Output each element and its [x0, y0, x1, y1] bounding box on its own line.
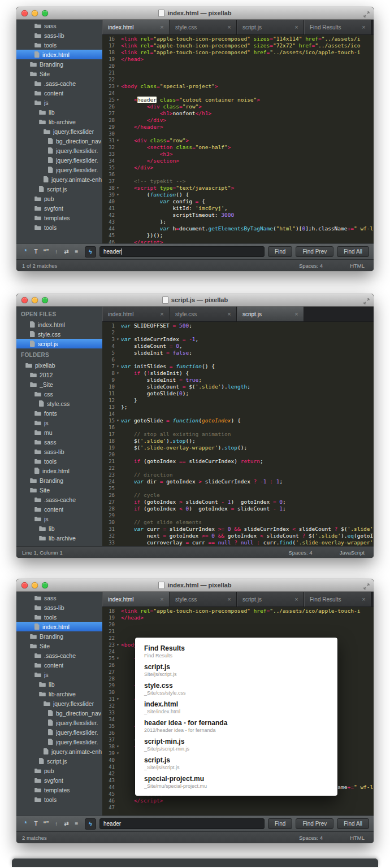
sidebar-item-tools[interactable]: tools — [16, 40, 102, 50]
whole-word-toggle[interactable]: “” — [41, 819, 51, 828]
sidebar-item-css[interactable]: css — [16, 389, 102, 399]
find-input[interactable]: header — [99, 818, 265, 829]
zoom-button[interactable] — [42, 297, 48, 303]
sidebar-item-2012[interactable]: 2012 — [16, 370, 102, 380]
tab-find-results[interactable]: Find Results× — [304, 20, 371, 34]
sidebar-item-tools[interactable]: tools — [16, 456, 102, 466]
sidebar-item-style-css[interactable]: style.css — [16, 399, 102, 408]
sidebar-item-sass-cache[interactable]: .sass-cache — [16, 495, 102, 504]
find-prev-button[interactable]: Find Prev — [296, 246, 333, 257]
tab-index-html[interactable]: index.html× — [102, 307, 170, 321]
sidebar-item-fonts[interactable]: fonts — [16, 408, 102, 418]
sidebar-item-lib-archive[interactable]: lib-archive — [16, 689, 102, 699]
fullscreen-icon[interactable] — [363, 582, 370, 592]
fold-arrow-icon[interactable]: ▾ — [115, 137, 121, 144]
goto-anything-item[interactable]: index.html_Site/index.html — [135, 698, 337, 717]
wrap-toggle[interactable]: ↑ — [51, 247, 61, 256]
status-item[interactable]: JavaScript — [340, 549, 365, 556]
sidebar-item-content[interactable]: content — [16, 504, 102, 514]
sidebar-item-pixellab[interactable]: pixellab — [16, 360, 102, 370]
tab-script-js[interactable]: script.js× — [237, 592, 304, 607]
sidebar-item-jquery-animate-enh[interactable]: jquery.animate-enh — [16, 747, 102, 756]
sidebar-item-sass-lib[interactable]: sass-lib — [16, 447, 102, 456]
sidebar-item-sass-lib[interactable]: sass-lib — [16, 603, 102, 612]
goto-anything-item[interactable]: header idea - for fernanda2012/header id… — [135, 717, 337, 735]
status-item[interactable]: HTML — [350, 263, 365, 269]
sidebar-item-lib[interactable]: lib — [16, 679, 102, 689]
case-sensitive-toggle[interactable]: T — [31, 247, 41, 256]
sidebar-item-jquery-flexslider[interactable]: jquery.flexslider. — [16, 146, 102, 155]
find-all-button[interactable]: Find All — [337, 818, 369, 829]
sidebar-item-js[interactable]: js — [16, 670, 102, 679]
sidebar-item-svgfont[interactable]: svgfont — [16, 775, 102, 785]
sidebar-item-index-html[interactable]: index.html — [16, 50, 102, 59]
zoom-button[interactable] — [42, 582, 48, 588]
find-input[interactable]: header — [99, 246, 265, 257]
sidebar-item-jquery-flexslider[interactable]: jquery.flexslider — [16, 699, 102, 708]
tab-index-html[interactable]: index.html× — [102, 592, 170, 607]
sidebar-item-bg-direction-nav[interactable]: bg_direction_nav — [16, 136, 102, 146]
find-button[interactable]: Find — [268, 246, 292, 257]
sidebar-item-sass-lib[interactable]: sass-lib — [16, 30, 102, 40]
tab-find-results[interactable]: Find Results× — [304, 592, 371, 607]
fullscreen-icon[interactable] — [363, 296, 370, 307]
code-editor[interactable]: 16<link rel="apple-touch-icon-precompose… — [102, 35, 374, 243]
fold-arrow-icon[interactable]: ▾ — [115, 743, 121, 750]
whole-word-toggle[interactable]: “” — [41, 247, 51, 256]
sidebar-item-branding[interactable]: Branding — [16, 631, 102, 641]
titlebar[interactable]: script.js — pixellab — [16, 294, 374, 307]
sidebar-item-templates[interactable]: templates — [16, 785, 102, 795]
sidebar-item-jquery-flexslider[interactable]: jquery.flexslider. — [16, 165, 102, 175]
close-icon[interactable]: × — [293, 596, 300, 603]
sidebar-item-jquery-flexslider[interactable]: jquery.flexslider — [16, 127, 102, 136]
find-prev-button[interactable]: Find Prev — [296, 818, 333, 829]
sidebar-item-lib[interactable]: lib — [16, 524, 102, 533]
goto-anything-item[interactable]: Find ResultsFind Results — [135, 642, 337, 661]
in-selection-toggle[interactable]: ⇄ — [62, 819, 71, 828]
close-icon[interactable]: × — [226, 24, 233, 31]
sidebar-item-svgfont[interactable]: svgfont — [16, 203, 102, 213]
close-icon[interactable]: × — [226, 596, 233, 603]
code-editor[interactable]: 1var SLIDEOFFSET = 500;23▾var slideCurrI… — [102, 322, 374, 546]
tab-script-js[interactable]: script.js× — [237, 307, 304, 321]
fold-arrow-icon[interactable]: ▾ — [115, 363, 121, 370]
in-selection-toggle[interactable]: ⇄ — [62, 247, 71, 256]
fold-arrow-icon[interactable]: ▾ — [115, 370, 121, 377]
sidebar-item-pub[interactable]: pub — [16, 194, 102, 203]
lightning-icon[interactable]: ϟ — [85, 246, 96, 258]
fold-arrow-icon[interactable]: ▾ — [115, 336, 121, 343]
fold-arrow-icon[interactable]: ▾ — [115, 191, 121, 198]
status-item[interactable]: Spaces: 4 — [299, 263, 323, 269]
close-icon[interactable]: × — [293, 24, 300, 31]
case-sensitive-toggle[interactable]: T — [31, 819, 41, 828]
fold-arrow-icon[interactable]: ▾ — [115, 97, 121, 103]
fold-arrow-icon[interactable]: ▾ — [115, 417, 121, 424]
sidebar-item-tools[interactable]: tools — [16, 612, 102, 622]
sidebar-item-sass[interactable]: sass — [16, 21, 102, 30]
find-all-button[interactable]: Find All — [337, 246, 369, 257]
find-button[interactable]: Find — [268, 818, 292, 829]
fold-arrow-icon[interactable]: ▾ — [115, 655, 121, 662]
sidebar-item-tools[interactable]: tools — [16, 795, 102, 804]
tab-style-css[interactable]: style.css× — [170, 592, 237, 607]
sidebar-item-script-js[interactable]: script.js — [16, 756, 102, 766]
titlebar[interactable]: index.html — pixellab — [16, 579, 374, 592]
status-item[interactable]: HTML — [350, 835, 365, 841]
sidebar-item-sass[interactable]: sass — [16, 437, 102, 447]
sidebar-item-jquery-animate-enh[interactable]: jquery.animate-enh — [16, 175, 102, 184]
close-icon[interactable]: × — [293, 311, 300, 318]
sidebar-item-js[interactable]: js — [16, 514, 102, 524]
sidebar-item-script-js[interactable]: script.js — [16, 339, 102, 348]
goto-anything-item[interactable]: script-min.js_Site/js/script-min.js — [135, 735, 337, 754]
sidebar-item-js[interactable]: js — [16, 418, 102, 428]
close-button[interactable] — [21, 10, 28, 16]
sidebar-item-site[interactable]: Site — [16, 69, 102, 78]
close-icon[interactable]: × — [158, 311, 166, 318]
close-button[interactable] — [21, 582, 28, 588]
status-item[interactable]: Spaces: 4 — [299, 835, 323, 841]
highlight-matches-toggle[interactable]: ≡ — [72, 819, 81, 828]
close-icon[interactable]: × — [360, 24, 367, 31]
regex-toggle[interactable]: * — [21, 819, 31, 828]
sidebar-item-site[interactable]: Site — [16, 485, 102, 495]
sidebar-item-index-html[interactable]: index.html — [16, 320, 102, 329]
